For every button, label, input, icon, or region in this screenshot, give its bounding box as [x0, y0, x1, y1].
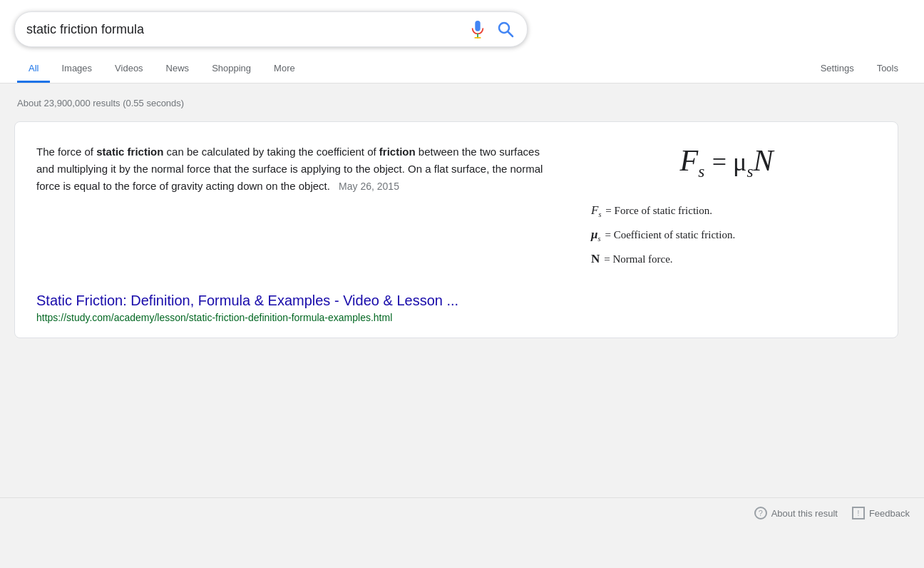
def-fs: Fs = Force of static friction.	[591, 198, 876, 223]
def-mu-text: = Coefficient of static friction.	[605, 224, 735, 245]
feedback-button[interactable]: ! Feedback	[852, 507, 910, 519]
formula-main: Fs = μsN	[680, 143, 774, 181]
result-url: https://study.com/academy/lesson/static-…	[36, 312, 876, 323]
def-n-var: N	[591, 247, 600, 271]
tab-more[interactable]: More	[262, 56, 307, 83]
tab-tools[interactable]: Tools	[866, 56, 910, 83]
main-content: About 23,900,000 results (0.55 seconds) …	[0, 83, 924, 497]
formula-defs: Fs = Force of static friction. μs = Coef…	[577, 198, 876, 271]
feedback-icon: !	[852, 507, 865, 519]
tab-all[interactable]: All	[17, 56, 50, 83]
snippet-date: May 26, 2015	[339, 181, 399, 192]
search-icons	[470, 19, 515, 39]
about-icon: ?	[754, 507, 767, 519]
results-count: About 23,900,000 results (0.55 seconds)	[14, 98, 910, 108]
nav-right: Settings Tools	[809, 56, 910, 83]
result-title-link[interactable]: Static Friction: Definition, Formula & E…	[36, 293, 458, 308]
svg-rect-0	[475, 21, 480, 31]
bottom-bar: ? About this result ! Feedback	[0, 497, 924, 528]
snippet-link-section: Static Friction: Definition, Formula & E…	[36, 285, 876, 323]
search-bar-row	[14, 11, 910, 47]
about-result-label: About this result	[771, 508, 838, 519]
nav-tabs: All Images Videos News Shopping More Set…	[14, 56, 910, 83]
snippet-content: The force of static friction can be calc…	[36, 143, 876, 271]
def-fs-text: = Force of static friction.	[605, 200, 712, 221]
svg-line-4	[508, 32, 513, 37]
snippet-formula: Fs = μsN Fs = Force of static friction. …	[577, 143, 876, 271]
search-input[interactable]	[26, 22, 463, 37]
tab-shopping[interactable]: Shopping	[200, 56, 262, 83]
def-mu-var: μs	[591, 223, 600, 247]
snippet-card: The force of static friction can be calc…	[14, 121, 898, 338]
mic-icon[interactable]	[470, 19, 486, 39]
tab-news[interactable]: News	[155, 56, 201, 83]
def-mu: μs = Coefficient of static friction.	[591, 223, 876, 247]
snippet-description: The force of static friction can be calc…	[36, 143, 548, 195]
search-icon[interactable]	[496, 19, 515, 39]
tab-videos[interactable]: Videos	[103, 56, 155, 83]
tab-settings[interactable]: Settings	[809, 56, 866, 83]
tab-images[interactable]: Images	[50, 56, 103, 83]
search-header: All Images Videos News Shopping More Set…	[0, 0, 924, 83]
search-box	[14, 11, 528, 47]
about-result-button[interactable]: ? About this result	[754, 507, 838, 519]
feedback-label: Feedback	[869, 508, 910, 519]
def-n: N = Normal force.	[591, 247, 876, 271]
def-n-text: = Normal force.	[604, 248, 672, 270]
def-fs-var: Fs	[591, 198, 601, 223]
